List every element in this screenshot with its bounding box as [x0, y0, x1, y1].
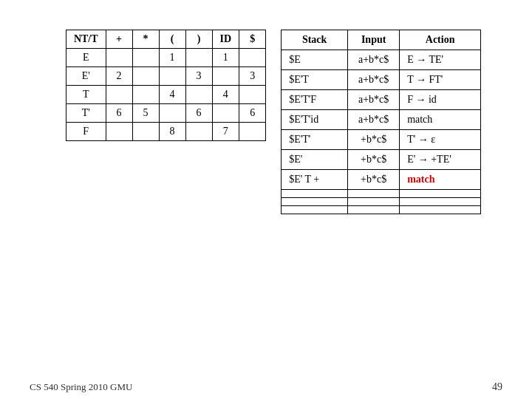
parse-cell-rparen [185, 123, 212, 141]
parse-cell-star [132, 86, 159, 104]
parse-cell-nt: T' [66, 104, 106, 123]
action-input-cell: a+b*c$ [348, 70, 400, 90]
action-action-cell: T → FT' [400, 70, 481, 90]
action-header-stack: Stack [282, 30, 348, 50]
action-stack-cell: $E'T'F [282, 90, 348, 110]
parse-cell-star [132, 123, 159, 141]
action-row: $E'T'+b*c$T' → ε [282, 130, 481, 150]
action-row [282, 206, 481, 214]
parse-header-plus: + [106, 30, 132, 49]
action-table: Stack Input Action $Ea+b*c$E → TE'$E'Ta+… [281, 30, 481, 214]
parse-row: F87 [66, 123, 265, 141]
action-input-cell: a+b*c$ [348, 110, 400, 130]
parse-row: T'6566 [66, 104, 265, 123]
parse-row: T44 [66, 86, 265, 104]
parse-cell-star [132, 67, 159, 86]
action-header-action: Action [400, 30, 481, 50]
action-action-cell: match [400, 110, 481, 130]
action-input-cell: +b*c$ [348, 170, 400, 190]
parse-cell-lparen: 1 [159, 49, 185, 67]
parse-cell-star [132, 49, 159, 67]
parse-cell-nt: T [66, 86, 106, 104]
parse-cell-plus: 6 [106, 104, 132, 123]
action-action-cell [400, 206, 481, 214]
parse-cell-dollar [239, 86, 266, 104]
action-action-cell: match [400, 170, 481, 190]
parse-cell-lparen: 4 [159, 86, 185, 104]
parse-cell-id: 7 [212, 123, 239, 141]
action-input-cell: a+b*c$ [348, 90, 400, 110]
parse-header-rparen: ) [185, 30, 212, 49]
parse-cell-plus [106, 123, 132, 141]
action-action-cell: T' → ε [400, 130, 481, 150]
parse-cell-rparen: 6 [185, 104, 212, 123]
parse-cell-dollar [239, 123, 266, 141]
action-stack-cell [282, 198, 348, 206]
parse-cell-dollar: 3 [239, 67, 266, 86]
action-stack-cell: $E' T + [282, 170, 348, 190]
action-stack-cell: $E [282, 50, 348, 70]
parse-cell-plus [106, 49, 132, 67]
action-stack-cell: $E' [282, 150, 348, 170]
action-input-cell [348, 206, 400, 214]
action-header-input: Input [348, 30, 400, 50]
parse-cell-lparen [159, 67, 185, 86]
parse-cell-rparen: 3 [185, 67, 212, 86]
parse-header-nt: NT/T [66, 30, 106, 49]
action-action-cell: E' → +TE' [400, 150, 481, 170]
action-stack-cell [282, 190, 348, 198]
parse-cell-dollar: 6 [239, 104, 266, 123]
parse-cell-plus [106, 86, 132, 104]
course-label: CS 540 Spring 2010 GMU [30, 381, 132, 393]
action-row: $E'T'ida+b*c$match [282, 110, 481, 130]
parse-cell-id: 1 [212, 49, 239, 67]
action-stack-cell: $E'T'id [282, 110, 348, 130]
action-stack-cell [282, 206, 348, 214]
parse-table: NT/T + * ( ) ID $ E11E'233T44T'6566F87 [66, 30, 266, 141]
action-row: $E'Ta+b*c$T → FT' [282, 70, 481, 90]
page-number: 49 [492, 381, 502, 393]
parse-row: E11 [66, 49, 265, 67]
parse-cell-star: 5 [132, 104, 159, 123]
action-action-cell [400, 190, 481, 198]
action-input-cell: a+b*c$ [348, 50, 400, 70]
action-row [282, 198, 481, 206]
action-input-cell [348, 190, 400, 198]
parse-cell-lparen: 8 [159, 123, 185, 141]
parse-header-lparen: ( [159, 30, 185, 49]
parse-cell-id [212, 67, 239, 86]
action-stack-cell: $E'T' [282, 130, 348, 150]
parse-cell-nt: E' [66, 67, 106, 86]
parse-header-dollar: $ [239, 30, 266, 49]
parse-cell-nt: E [66, 49, 106, 67]
parse-header-star: * [132, 30, 159, 49]
action-row [282, 190, 481, 198]
action-input-cell: +b*c$ [348, 130, 400, 150]
action-input-cell: +b*c$ [348, 150, 400, 170]
parse-cell-rparen [185, 49, 212, 67]
parse-cell-id [212, 104, 239, 123]
page-container: NT/T + * ( ) ID $ E11E'233T44T'6566F87 S… [0, 0, 532, 399]
parse-cell-nt: F [66, 123, 106, 141]
action-action-cell: E → TE' [400, 50, 481, 70]
parse-cell-lparen [159, 104, 185, 123]
action-row: $E'+b*c$E' → +TE' [282, 150, 481, 170]
parse-row: E'233 [66, 67, 265, 86]
parse-cell-plus: 2 [106, 67, 132, 86]
footer: CS 540 Spring 2010 GMU 49 [0, 381, 532, 393]
action-row: $E'T'Fa+b*c$F → id [282, 90, 481, 110]
action-stack-cell: $E'T [282, 70, 348, 90]
action-row: $E' T ++b*c$match [282, 170, 481, 190]
action-action-cell: F → id [400, 90, 481, 110]
action-action-cell [400, 198, 481, 206]
parse-cell-dollar [239, 49, 266, 67]
parse-header-id: ID [212, 30, 239, 49]
action-row: $Ea+b*c$E → TE' [282, 50, 481, 70]
parse-cell-id: 4 [212, 86, 239, 104]
parse-cell-rparen [185, 86, 212, 104]
main-content: NT/T + * ( ) ID $ E11E'233T44T'6566F87 S… [66, 30, 481, 214]
action-input-cell [348, 198, 400, 206]
match-red-label: match [407, 174, 434, 185]
